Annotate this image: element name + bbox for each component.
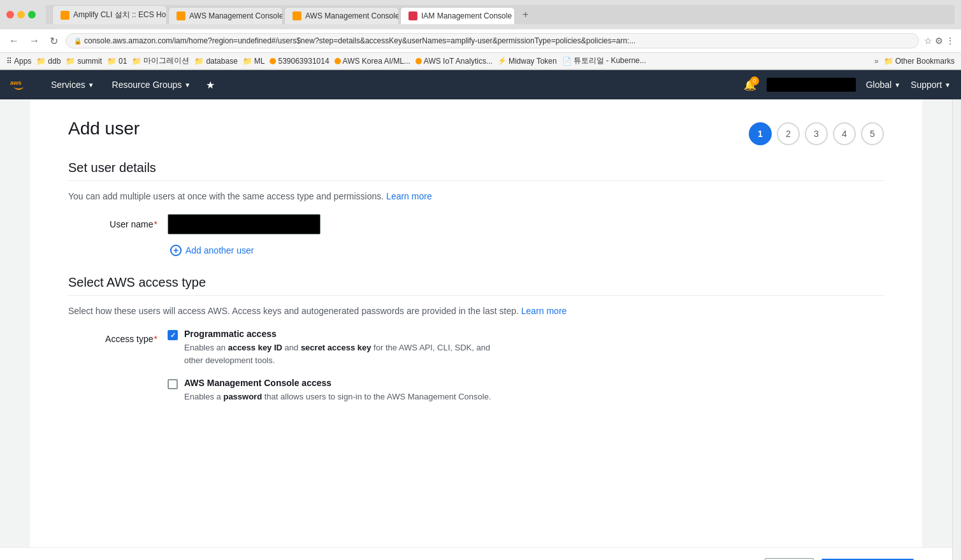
minimize-button[interactable]	[17, 11, 25, 18]
set-user-details-title: Set user details	[68, 161, 884, 175]
browser-titlebar: Amplify CLI 설치 :: ECS HoL ✕ AWS Manageme…	[0, 0, 961, 29]
section-divider-1	[68, 180, 884, 181]
url-bar[interactable]: 🔒 console.aws.amazon.com/iam/home?region…	[66, 33, 919, 48]
username-input-redacted[interactable]	[168, 214, 321, 234]
refresh-button[interactable]: ↻	[47, 34, 61, 48]
bookmark-migration[interactable]: 📁 마이그레이션	[132, 55, 189, 66]
bookmark-account[interactable]: 539063931014	[270, 57, 329, 66]
bookmarks-bar: ⠿ Apps 📁 ddb 📁 summit 📁 01 📁 마이그레이션 📁 da…	[0, 53, 961, 69]
tab-favicon-aws2	[293, 11, 301, 20]
folder-icon: 📁	[107, 57, 117, 66]
folder-icon: 📁	[243, 57, 252, 66]
tab-label-aws1: AWS Management Console	[189, 11, 283, 20]
programmatic-access-title: Programmatic access	[184, 329, 499, 339]
midway-icon: ⚡	[498, 57, 507, 65]
resource-groups-chevron-icon: ▼	[184, 82, 191, 89]
steps-row: 1 2 3 4 5	[749, 122, 884, 145]
step-5[interactable]: 5	[861, 122, 884, 145]
new-tab-button[interactable]: +	[516, 5, 535, 24]
services-chevron-icon: ▼	[88, 82, 94, 89]
console-access-content: AWS Management Console access Enables a …	[184, 378, 499, 403]
bookmark-summit[interactable]: 📁 summit	[66, 57, 102, 66]
folder-icon: 📁	[36, 57, 46, 66]
access-type-desc: Select how these users will access AWS. …	[68, 306, 884, 316]
maximize-button[interactable]	[28, 11, 36, 18]
global-nav-item[interactable]: Global ▼	[866, 80, 900, 90]
tab-amplify[interactable]: Amplify CLI 설치 :: ECS HoL ✕	[52, 5, 167, 24]
more-bookmarks[interactable]: »	[874, 57, 879, 66]
aws-nav-right: 🔔 0 Global ▼ Support ▼	[744, 78, 951, 92]
tab-aws1[interactable]: AWS Management Console ✕	[168, 7, 283, 24]
scrollbar[interactable]	[952, 99, 961, 560]
lock-icon: 🔒	[74, 38, 82, 45]
page-title: Add user	[68, 118, 140, 139]
learn-more-link-1[interactable]: Learn more	[386, 191, 432, 201]
support-chevron-icon: ▼	[944, 82, 951, 89]
folder-icon: 📁	[132, 57, 141, 66]
programmatic-access-checkbox[interactable]	[168, 330, 178, 340]
step-4[interactable]: 4	[833, 122, 856, 145]
username-label: User name	[68, 214, 157, 229]
svg-text:aws: aws	[10, 80, 22, 86]
address-bar: ← → ↻ 🔒 console.aws.amazon.com/iam/home?…	[0, 29, 961, 53]
username-row: User name	[68, 214, 884, 234]
services-nav-item[interactable]: Services ▼	[48, 80, 97, 90]
aws-navigation: aws Services ▼ Resource Groups ▼ ★ 🔔 0 G…	[0, 70, 961, 99]
bookmark-01[interactable]: 📁 01	[107, 57, 127, 66]
access-type-section: Select AWS access type Select how these …	[68, 275, 884, 415]
bookmark-apps[interactable]: ⠿ Apps	[6, 57, 31, 66]
back-button[interactable]: ←	[6, 34, 22, 48]
console-access-option: AWS Management Console access Enables a …	[168, 378, 499, 403]
bookmark-ml[interactable]: 📁 ML	[243, 57, 265, 66]
console-access-title: AWS Management Console access	[184, 378, 499, 388]
aws-logo-svg: aws	[10, 77, 36, 92]
learn-more-link-2[interactable]: Learn more	[521, 306, 567, 316]
resource-groups-nav-item[interactable]: Resource Groups ▼	[110, 80, 194, 90]
other-folder-icon: 📁	[884, 57, 893, 66]
step-1[interactable]: 1	[749, 122, 772, 145]
iot-icon	[415, 58, 422, 64]
support-nav-item[interactable]: Support ▼	[911, 80, 951, 90]
programmatic-access-desc: Enables an access key ID and secret acce…	[184, 341, 499, 366]
tab-aws2[interactable]: AWS Management Console ✕	[284, 7, 399, 24]
set-user-details-section: Set user details You can add multiple us…	[68, 161, 884, 256]
tab-favicon-aws1	[177, 11, 185, 20]
address-bar-actions: ☆ ⚙ ⋮	[924, 36, 955, 46]
content-wrapper: Add user 1 2 3 4 5 Set user details You …	[0, 99, 961, 560]
favorites-star-icon[interactable]: ★	[206, 79, 215, 91]
console-access-checkbox[interactable]	[168, 379, 178, 389]
close-button[interactable]	[6, 11, 14, 18]
step-3[interactable]: 3	[805, 122, 828, 145]
bookmark-iot[interactable]: AWS IoT Analytics...	[415, 57, 493, 66]
extensions-icon[interactable]: ⚙	[935, 36, 943, 46]
bookmark-star-icon[interactable]: ☆	[924, 36, 932, 46]
bookmark-ddb[interactable]: 📁 ddb	[36, 57, 61, 66]
notifications-bell-icon[interactable]: 🔔 0	[744, 79, 756, 91]
add-user-icon: +	[170, 245, 182, 256]
bookmark-other[interactable]: 📁 Other Bookmarks	[884, 57, 955, 66]
add-another-user-button[interactable]: + Add another user	[68, 245, 884, 256]
bookmark-kuberne[interactable]: 📄 튜토리얼 - Kuberne...	[562, 55, 646, 66]
menu-icon[interactable]: ⋮	[946, 36, 955, 46]
bookmark-database[interactable]: 📁 database	[194, 57, 237, 66]
link-icon	[270, 58, 276, 64]
aws-link-icon	[335, 58, 341, 64]
tab-label-aws2: AWS Management Console	[305, 11, 399, 20]
bookmark-midway[interactable]: ⚡ Midway Token	[498, 57, 557, 66]
aws-logo[interactable]: aws	[10, 77, 36, 92]
global-chevron-icon: ▼	[894, 82, 900, 89]
apps-icon: ⠿	[6, 57, 12, 66]
set-user-details-desc: You can add multiple users at once with …	[68, 191, 884, 201]
username-field-wrap	[168, 214, 499, 234]
bookmark-aws-aiml[interactable]: AWS Korea AI/ML...	[335, 57, 410, 66]
page-title-row: Add user 1 2 3 4 5	[68, 118, 884, 145]
forward-button[interactable]: →	[27, 34, 42, 48]
account-name[interactable]	[767, 78, 856, 92]
browser-chrome: Amplify CLI 설치 :: ECS HoL ✕ AWS Manageme…	[0, 0, 961, 70]
tab-iam[interactable]: IAM Management Console ✕	[400, 7, 515, 24]
step-2[interactable]: 2	[777, 122, 800, 145]
access-type-label: Access type	[68, 329, 157, 344]
programmatic-access-content: Programmatic access Enables an access ke…	[184, 329, 499, 366]
section-divider-2	[68, 295, 884, 296]
folder-icon: 📁	[66, 57, 75, 66]
